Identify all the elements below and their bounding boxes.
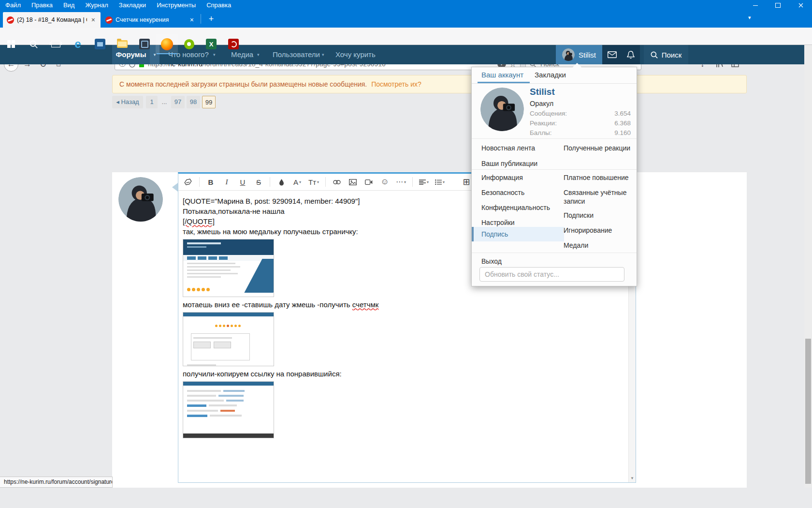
new-tab-button[interactable]: + <box>205 13 218 26</box>
excel-icon[interactable]: X <box>200 34 222 54</box>
menu-your-content[interactable]: Ваши публикации <box>481 159 537 168</box>
menu-privacy[interactable]: Конфиденциальность <box>481 203 550 212</box>
menu-tools[interactable]: Инструменты <box>151 0 201 11</box>
envelope-icon <box>608 51 617 58</box>
alerts-button[interactable] <box>622 45 640 64</box>
caret-down-icon: ▾ <box>299 180 301 184</box>
caret-down-icon: ▾ <box>404 180 406 184</box>
menu-following[interactable]: Подписки <box>564 211 632 220</box>
notice-view-link[interactable]: Посмотреть их? <box>371 80 421 88</box>
window-close-button[interactable] <box>789 0 812 11</box>
tab-bookmarks[interactable]: Закладки <box>535 67 566 83</box>
username-label: Stilist <box>579 51 596 59</box>
menu-news-feed[interactable]: Новостная лента <box>481 144 535 152</box>
post-screenshot-1[interactable] <box>183 239 274 297</box>
insert-media-button[interactable] <box>364 177 374 187</box>
caret-down-icon: ▾ <box>322 45 324 64</box>
more-options-button[interactable]: ⋯▾ <box>396 177 406 187</box>
bold-button[interactable]: B <box>206 177 216 187</box>
pagination-page-97[interactable]: 97 <box>171 96 185 108</box>
status-update-input[interactable] <box>479 267 624 282</box>
tab-close-icon[interactable]: × <box>188 16 195 24</box>
site-favicon <box>7 16 14 24</box>
menu-connected-accounts[interactable]: Связанные учётные записи <box>564 188 632 206</box>
post-screenshot-2[interactable] <box>183 312 274 366</box>
font-family-button[interactable]: A▾ <box>292 177 302 187</box>
pinned-app-1-icon[interactable] <box>89 34 111 54</box>
menu-logout[interactable]: Выход <box>481 257 502 266</box>
menu-security[interactable]: Безопасность <box>481 188 524 197</box>
stat-reactions-value: 6.368 <box>614 120 631 127</box>
insert-table-button[interactable]: ⊞ <box>462 177 471 187</box>
menu-reactions-received[interactable]: Полученные реакции <box>564 144 632 152</box>
remove-format-button[interactable] <box>183 177 193 187</box>
menu-preferences[interactable]: Настройки <box>481 218 515 227</box>
menu-personal-details[interactable]: Информация <box>481 173 523 182</box>
caret-down-icon: ▾ <box>317 180 319 184</box>
start-button[interactable] <box>0 34 22 54</box>
nav-members[interactable]: Пользователи <box>273 45 320 64</box>
scroll-down-icon[interactable]: ▼ <box>629 475 636 482</box>
stat-reactions-label: Реакции: <box>530 120 557 127</box>
inbox-button[interactable] <box>602 45 622 64</box>
post-screenshot-3[interactable] <box>183 381 274 438</box>
pagination-page-98[interactable]: 98 <box>187 96 200 108</box>
menu-signature-selected[interactable]: Подпись <box>472 227 564 241</box>
firefox-icon[interactable] <box>156 34 178 54</box>
tab-active[interactable]: (2) 18 - #18_4 Команда | Стран × <box>3 12 101 28</box>
tab-inactive[interactable]: Счетчик некурения × <box>102 12 199 28</box>
menu-history[interactable]: Журнал <box>80 0 113 11</box>
menu-account-upgrades[interactable]: Платное повышение <box>564 173 632 182</box>
pinned-app-2-icon[interactable] <box>133 34 156 54</box>
account-menu-button[interactable]: Stilist <box>556 45 602 64</box>
user-avatar[interactable] <box>480 88 524 131</box>
scrollbar-thumb[interactable] <box>805 339 811 484</box>
account-username[interactable]: Stilist <box>530 87 555 97</box>
text-align-button[interactable]: ▾ <box>419 177 429 187</box>
post-text-line: мотаешь вниз ее -ставишь дату жмешь -пол… <box>183 299 628 310</box>
list-button[interactable]: ▾ <box>435 177 445 187</box>
menu-view[interactable]: Вид <box>58 0 80 11</box>
edge-icon[interactable]: e <box>67 34 89 54</box>
pagination-back-button[interactable]: ◂ Назад <box>112 96 143 108</box>
site-favicon <box>105 16 113 24</box>
user-avatar <box>562 48 575 61</box>
task-view-button[interactable] <box>44 34 67 54</box>
tab-your-account[interactable]: Ваш аккаунт <box>481 67 523 83</box>
menu-ignoring[interactable]: Игнорирование <box>564 226 632 235</box>
page-scrollbar[interactable] <box>804 45 812 488</box>
taskbar-search-button[interactable] <box>22 34 44 54</box>
caret-down-icon: ▾ <box>257 45 260 64</box>
strikethrough-button[interactable]: S <box>254 177 263 187</box>
toolbar-separator <box>199 177 200 187</box>
tab-close-icon[interactable]: × <box>90 16 97 24</box>
caret-down-icon: ▾ <box>443 180 445 184</box>
maximize-icon <box>775 3 781 8</box>
icq-icon[interactable] <box>178 34 200 54</box>
window-minimize-button[interactable] <box>744 0 767 11</box>
menu-help[interactable]: Справка <box>201 0 236 11</box>
menu-file[interactable]: Файл <box>0 0 26 11</box>
insert-link-button[interactable] <box>332 177 342 187</box>
font-size-button[interactable]: Tт▾ <box>308 177 319 187</box>
menu-medals[interactable]: Медали <box>564 241 632 250</box>
insert-image-button[interactable] <box>348 177 358 187</box>
user-avatar[interactable] <box>118 177 163 222</box>
nav-want-smoke[interactable]: Хочу курить <box>335 45 376 64</box>
forum-search-button[interactable]: Поиск <box>644 45 688 64</box>
list-all-tabs-icon[interactable]: ▾ <box>748 15 751 21</box>
italic-button[interactable]: I <box>222 177 232 187</box>
pagination-page-current[interactable]: 99 <box>202 96 216 108</box>
misspelled-word: счетчмк <box>352 300 379 309</box>
text-color-button[interactable] <box>276 177 286 187</box>
underline-button[interactable]: U <box>238 177 247 187</box>
pagination-ellipsis[interactable]: ... <box>160 96 169 108</box>
menu-edit[interactable]: Правка <box>26 0 58 11</box>
pagination-page-1[interactable]: 1 <box>146 96 158 108</box>
acrobat-icon[interactable] <box>222 34 245 54</box>
menu-bookmarks[interactable]: Закладки <box>114 0 151 11</box>
file-explorer-icon[interactable] <box>111 34 133 54</box>
smilies-button[interactable]: ☺ <box>380 177 390 187</box>
window-maximize-button[interactable] <box>767 0 789 11</box>
caret-down-icon: ▾ <box>427 180 429 184</box>
